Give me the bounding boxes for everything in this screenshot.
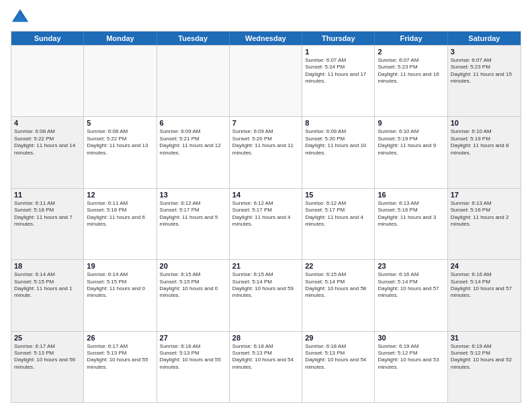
- day-info: Sunrise: 6:07 AMSunset: 5:23 PMDaylight:…: [451, 57, 518, 85]
- day-number: 17: [451, 191, 518, 199]
- day-info: Sunrise: 6:18 AMSunset: 5:13 PMDaylight:…: [232, 343, 299, 371]
- calendar-cell: 31Sunrise: 6:19 AMSunset: 5:12 PMDayligh…: [448, 332, 521, 402]
- calendar-cell: 22Sunrise: 6:15 AMSunset: 5:14 PMDayligh…: [302, 260, 375, 330]
- day-number: 7: [232, 119, 299, 127]
- calendar-cell: [11, 46, 84, 116]
- calendar-cell: 24Sunrise: 6:16 AMSunset: 5:14 PMDayligh…: [448, 260, 521, 330]
- day-number: 19: [87, 262, 153, 270]
- calendar-cell: 17Sunrise: 6:13 AMSunset: 5:16 PMDayligh…: [448, 189, 521, 259]
- day-number: 20: [160, 262, 226, 270]
- calendar-cell: 5Sunrise: 6:08 AMSunset: 5:22 PMDaylight…: [84, 117, 157, 187]
- calendar-body: 1Sunrise: 6:07 AMSunset: 5:24 PMDaylight…: [11, 45, 521, 402]
- day-number: 25: [14, 334, 81, 342]
- calendar-cell: 6Sunrise: 6:09 AMSunset: 5:21 PMDaylight…: [157, 117, 230, 187]
- day-info: Sunrise: 6:13 AMSunset: 5:16 PMDaylight:…: [378, 200, 444, 228]
- calendar-cell: 8Sunrise: 6:09 AMSunset: 5:20 PMDaylight…: [302, 117, 375, 187]
- calendar-cell: 3Sunrise: 6:07 AMSunset: 5:23 PMDaylight…: [448, 46, 521, 116]
- day-number: 2: [378, 48, 444, 56]
- calendar-cell: 10Sunrise: 6:10 AMSunset: 5:19 PMDayligh…: [448, 117, 521, 187]
- day-info: Sunrise: 6:07 AMSunset: 5:24 PMDaylight:…: [305, 57, 371, 85]
- weekday-header: Tuesday: [157, 32, 230, 45]
- calendar-cell: 4Sunrise: 6:08 AMSunset: 5:22 PMDaylight…: [11, 117, 84, 187]
- day-info: Sunrise: 6:07 AMSunset: 5:23 PMDaylight:…: [378, 57, 444, 85]
- calendar-row: 11Sunrise: 6:11 AMSunset: 5:18 PMDayligh…: [11, 188, 521, 259]
- calendar-cell: [157, 46, 230, 116]
- day-number: 30: [378, 334, 444, 342]
- day-number: 24: [451, 262, 518, 270]
- day-info: Sunrise: 6:09 AMSunset: 5:20 PMDaylight:…: [305, 128, 371, 156]
- day-info: Sunrise: 6:13 AMSunset: 5:16 PMDaylight:…: [451, 200, 518, 228]
- day-number: 6: [160, 119, 226, 127]
- day-number: 10: [451, 119, 518, 127]
- calendar-cell: 2Sunrise: 6:07 AMSunset: 5:23 PMDaylight…: [375, 46, 447, 116]
- calendar-cell: 29Sunrise: 6:18 AMSunset: 5:13 PMDayligh…: [302, 332, 375, 402]
- day-info: Sunrise: 6:15 AMSunset: 5:15 PMDaylight:…: [160, 271, 226, 300]
- weekday-header: Saturday: [448, 32, 521, 45]
- day-number: 13: [160, 191, 226, 199]
- logo-icon: [11, 8, 30, 27]
- day-info: Sunrise: 6:12 AMSunset: 5:17 PMDaylight:…: [305, 200, 371, 228]
- calendar-row: 4Sunrise: 6:08 AMSunset: 5:22 PMDaylight…: [11, 116, 521, 187]
- day-number: 23: [378, 262, 444, 270]
- day-info: Sunrise: 6:12 AMSunset: 5:17 PMDaylight:…: [232, 200, 299, 228]
- weekday-header: Friday: [375, 32, 447, 45]
- calendar-cell: 23Sunrise: 6:16 AMSunset: 5:14 PMDayligh…: [375, 260, 447, 330]
- day-info: Sunrise: 6:11 AMSunset: 5:18 PMDaylight:…: [14, 200, 81, 228]
- day-info: Sunrise: 6:10 AMSunset: 5:19 PMDaylight:…: [451, 128, 518, 156]
- day-info: Sunrise: 6:17 AMSunset: 5:13 PMDaylight:…: [87, 343, 153, 371]
- day-number: 4: [14, 119, 81, 127]
- calendar-cell: 16Sunrise: 6:13 AMSunset: 5:16 PMDayligh…: [375, 189, 447, 259]
- weekday-header: Thursday: [302, 32, 375, 45]
- calendar-cell: 14Sunrise: 6:12 AMSunset: 5:17 PMDayligh…: [230, 189, 302, 259]
- day-info: Sunrise: 6:17 AMSunset: 5:13 PMDaylight:…: [14, 343, 81, 371]
- day-number: 27: [160, 334, 226, 342]
- page: SundayMondayTuesdayWednesdayThursdayFrid…: [0, 0, 532, 411]
- day-number: 11: [14, 191, 81, 199]
- day-number: 5: [87, 119, 153, 127]
- day-number: 21: [232, 262, 299, 270]
- day-info: Sunrise: 6:16 AMSunset: 5:14 PMDaylight:…: [378, 271, 444, 300]
- calendar-cell: [84, 46, 157, 116]
- day-info: Sunrise: 6:16 AMSunset: 5:14 PMDaylight:…: [451, 271, 518, 300]
- day-info: Sunrise: 6:18 AMSunset: 5:13 PMDaylight:…: [160, 343, 226, 371]
- weekday-header: Wednesday: [230, 32, 302, 45]
- calendar-cell: 30Sunrise: 6:19 AMSunset: 5:12 PMDayligh…: [375, 332, 447, 402]
- day-info: Sunrise: 6:10 AMSunset: 5:19 PMDaylight:…: [378, 128, 444, 156]
- calendar-row: 1Sunrise: 6:07 AMSunset: 5:24 PMDaylight…: [11, 45, 521, 116]
- day-info: Sunrise: 6:18 AMSunset: 5:13 PMDaylight:…: [305, 343, 371, 371]
- calendar-cell: 20Sunrise: 6:15 AMSunset: 5:15 PMDayligh…: [157, 260, 230, 330]
- day-info: Sunrise: 6:08 AMSunset: 5:22 PMDaylight:…: [14, 128, 81, 156]
- day-number: 12: [87, 191, 153, 199]
- day-number: 22: [305, 262, 371, 270]
- calendar-cell: 18Sunrise: 6:14 AMSunset: 5:15 PMDayligh…: [11, 260, 84, 330]
- weekday-header: Sunday: [11, 32, 84, 45]
- day-number: 1: [305, 48, 371, 56]
- day-info: Sunrise: 6:11 AMSunset: 5:18 PMDaylight:…: [87, 200, 153, 228]
- calendar-cell: 9Sunrise: 6:10 AMSunset: 5:19 PMDaylight…: [375, 117, 447, 187]
- day-info: Sunrise: 6:14 AMSunset: 5:15 PMDaylight:…: [14, 271, 81, 300]
- day-info: Sunrise: 6:15 AMSunset: 5:14 PMDaylight:…: [232, 271, 299, 300]
- day-info: Sunrise: 6:08 AMSunset: 5:22 PMDaylight:…: [87, 128, 153, 156]
- day-info: Sunrise: 6:09 AMSunset: 5:20 PMDaylight:…: [232, 128, 299, 156]
- logo: [11, 8, 32, 27]
- calendar-cell: 11Sunrise: 6:11 AMSunset: 5:18 PMDayligh…: [11, 189, 84, 259]
- day-number: 16: [378, 191, 444, 199]
- calendar-cell: 12Sunrise: 6:11 AMSunset: 5:18 PMDayligh…: [84, 189, 157, 259]
- calendar-cell: 27Sunrise: 6:18 AMSunset: 5:13 PMDayligh…: [157, 332, 230, 402]
- day-info: Sunrise: 6:15 AMSunset: 5:14 PMDaylight:…: [305, 271, 371, 300]
- day-number: 26: [87, 334, 153, 342]
- day-number: 8: [305, 119, 371, 127]
- day-info: Sunrise: 6:14 AMSunset: 5:15 PMDaylight:…: [87, 271, 153, 300]
- calendar-cell: 28Sunrise: 6:18 AMSunset: 5:13 PMDayligh…: [230, 332, 302, 402]
- calendar-cell: [230, 46, 302, 116]
- calendar-cell: 15Sunrise: 6:12 AMSunset: 5:17 PMDayligh…: [302, 189, 375, 259]
- day-info: Sunrise: 6:09 AMSunset: 5:21 PMDaylight:…: [160, 128, 226, 156]
- weekday-header: Monday: [84, 32, 157, 45]
- day-info: Sunrise: 6:19 AMSunset: 5:12 PMDaylight:…: [451, 343, 518, 371]
- calendar-cell: 19Sunrise: 6:14 AMSunset: 5:15 PMDayligh…: [84, 260, 157, 330]
- calendar-cell: 26Sunrise: 6:17 AMSunset: 5:13 PMDayligh…: [84, 332, 157, 402]
- header: [11, 8, 521, 27]
- day-number: 28: [232, 334, 299, 342]
- calendar-cell: 7Sunrise: 6:09 AMSunset: 5:20 PMDaylight…: [230, 117, 302, 187]
- calendar-header: SundayMondayTuesdayWednesdayThursdayFrid…: [11, 32, 521, 45]
